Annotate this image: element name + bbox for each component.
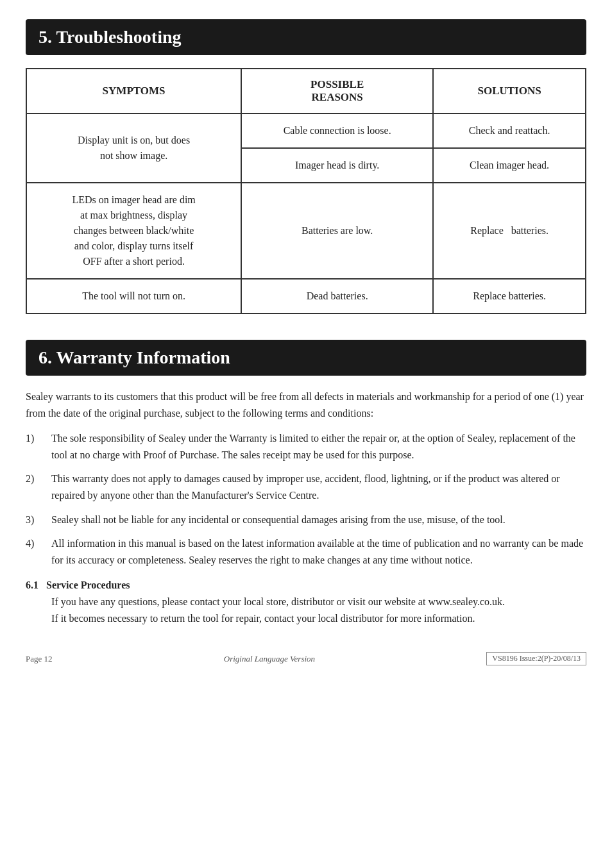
section-5-title: 5. Troubleshooting: [38, 27, 574, 47]
footer-center: Original Language Version: [224, 654, 315, 664]
section-6-header: 6. Warranty Information: [26, 340, 586, 376]
list-text: All information in this manual is based …: [51, 535, 586, 568]
troubleshooting-table: SYMPTOMS POSSIBLEREASONS SOLUTIONS Displ…: [26, 68, 586, 314]
symptom-cell-1: Display unit is on, but doesnot show ima…: [26, 113, 241, 183]
table-row: The tool will not turn on. Dead batterie…: [26, 279, 586, 313]
list-num: 3): [26, 512, 51, 528]
section-6: 6. Warranty Information Sealey warrants …: [26, 340, 586, 626]
col-reasons: POSSIBLEREASONS: [241, 69, 433, 113]
table-header-row: SYMPTOMS POSSIBLEREASONS SOLUTIONS: [26, 69, 586, 113]
warranty-list: 1) The sole responsibility of Sealey und…: [26, 430, 586, 568]
solution-cell-3: Replace batteries.: [433, 279, 586, 313]
list-num: 1): [26, 430, 51, 447]
list-num: 4): [26, 535, 51, 552]
list-item: 4) All information in this manual is bas…: [26, 535, 586, 568]
section-5-header: 5. Troubleshooting: [26, 19, 586, 55]
col-solutions: SOLUTIONS: [433, 69, 586, 113]
sp-line1: If you have any questions, please contac…: [51, 594, 586, 626]
section-6-title: 6. Warranty Information: [38, 347, 574, 368]
table-row: Display unit is on, but doesnot show ima…: [26, 113, 586, 148]
reason-cell-2: Batteries are low.: [241, 183, 433, 279]
sp-number: 6.1: [26, 580, 46, 590]
footer-right: VS8196 Issue:2(P)-20/08/13: [486, 652, 586, 665]
list-text: Sealey shall not be liable for any incid…: [51, 512, 586, 528]
sp-line2-text: If it becomes necessary to return the to…: [51, 610, 586, 627]
table-row: LEDs on imager head are dimat max bright…: [26, 183, 586, 279]
footer: Page 12 Original Language Version VS8196…: [26, 652, 586, 665]
solution-cell-2: Replace batteries.: [433, 183, 586, 279]
sp-title-label: Service Procedures: [46, 580, 130, 590]
solution-cell-1b: Clean imager head.: [433, 148, 586, 183]
footer-left: Page 12: [26, 654, 53, 664]
col-symptoms: SYMPTOMS: [26, 69, 241, 113]
symptom-cell-3: The tool will not turn on.: [26, 279, 241, 313]
reason-cell-1b: Imager head is dirty.: [241, 148, 433, 183]
section-5: 5. Troubleshooting SYMPTOMS POSSIBLEREAS…: [26, 19, 586, 314]
list-item: 1) The sole responsibility of Sealey und…: [26, 430, 586, 463]
list-item: 2) This warranty does not apply to damag…: [26, 471, 586, 503]
sp-line1-text: If you have any questions, please contac…: [51, 594, 586, 610]
solution-cell-1a: Check and reattach.: [433, 113, 586, 148]
list-text: The sole responsibility of Sealey under …: [51, 430, 586, 463]
list-text: This warranty does not apply to damages …: [51, 471, 586, 503]
service-procedures: 6.1 Service Procedures If you have any q…: [26, 577, 586, 626]
list-num: 2): [26, 471, 51, 487]
symptom-cell-2: LEDs on imager head are dimat max bright…: [26, 183, 241, 279]
reason-cell-1a: Cable connection is loose.: [241, 113, 433, 148]
warranty-intro: Sealey warrants to its customers that th…: [26, 388, 586, 421]
list-item: 3) Sealey shall not be liable for any in…: [26, 512, 586, 528]
reason-cell-3: Dead batteries.: [241, 279, 433, 313]
